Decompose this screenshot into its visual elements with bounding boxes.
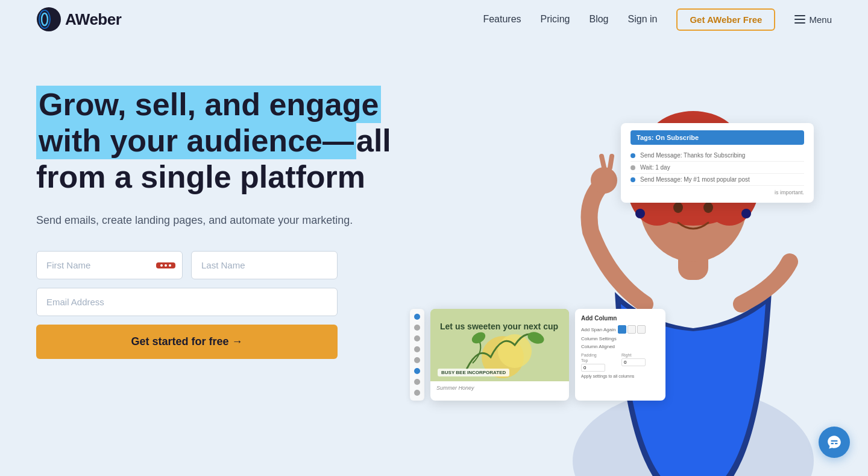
landing-page-image: Let us sweeten your next cup BUSY BEE IN… (430, 309, 569, 381)
name-fields-row (36, 251, 338, 279)
editor-sidebar (410, 309, 424, 401)
automation-row-1: Send Message: Thanks for Subscribing (631, 150, 804, 162)
logo-icon (36, 7, 61, 32)
sidebar-dot (414, 335, 420, 341)
nav-features[interactable]: Features (483, 14, 521, 25)
settings-controls: Padding Top Right Apply settings to all … (581, 353, 659, 378)
svg-point-13 (703, 202, 713, 213)
logo-link[interactable]: AWeber (36, 7, 121, 32)
sidebar-dot (414, 390, 420, 396)
last-name-field (191, 251, 338, 279)
menu-button[interactable]: Menu (794, 14, 832, 25)
landing-page-preview: Let us sweeten your next cup BUSY BEE IN… (430, 309, 569, 401)
landing-text: Let us sweeten your next cup (440, 321, 558, 332)
sidebar-dot (414, 379, 420, 385)
email-input[interactable] (36, 288, 338, 316)
sidebar-dot (414, 325, 420, 331)
hero-section: Grow, sell, and engage with your audienc… (0, 39, 868, 476)
apply-settings-label: Apply settings to all columns (581, 374, 659, 378)
landing-badge: BUSY BEE INCORPORATED (438, 369, 509, 376)
nav-signin[interactable]: Sign in (628, 14, 658, 25)
btn-2[interactable] (627, 325, 636, 334)
settings-row: Add Span Again (581, 325, 659, 334)
get-started-button[interactable]: Get started for free → (36, 325, 338, 359)
autofill-indicator (156, 262, 175, 268)
btn-1[interactable] (618, 325, 626, 334)
automation-row-2: Wait: 1 day (631, 162, 804, 174)
span-buttons (618, 325, 646, 334)
sidebar-dot (414, 346, 420, 352)
hamburger-icon (794, 15, 805, 24)
padding-top-input[interactable] (581, 364, 605, 372)
btn-3[interactable] (637, 325, 646, 334)
padding-right-input[interactable] (621, 358, 646, 366)
settings-title: Add Column (581, 315, 659, 322)
nav-blog[interactable]: Blog (589, 14, 608, 25)
card-note: is important. (631, 186, 804, 195)
svg-point-0 (37, 7, 61, 31)
row-dot (631, 165, 635, 170)
svg-point-21 (498, 334, 532, 368)
chat-icon (826, 434, 842, 450)
svg-line-17 (602, 156, 604, 167)
row-dot (631, 153, 635, 158)
row-dot (631, 177, 635, 182)
landing-page-mockup-group: Let us sweeten your next cup BUSY BEE IN… (410, 309, 665, 401)
svg-point-16 (591, 167, 617, 194)
column-settings-panel: Add Column Add Span Again Column Setting… (575, 309, 665, 401)
signup-form: Get started for free → (36, 251, 338, 359)
sidebar-dot (414, 357, 420, 363)
svg-point-15 (741, 209, 751, 218)
nav-pricing[interactable]: Pricing (541, 14, 570, 25)
automation-card: Tags: On Subscribe Send Message: Thanks … (621, 123, 814, 203)
get-aweber-free-button[interactable]: Get AWeber Free (676, 8, 775, 31)
settings-row-2: Column Settings (581, 336, 659, 341)
settings-row-3: Column Aligned (581, 344, 659, 349)
hero-person-image (536, 51, 850, 476)
logo-text: AWeber (65, 10, 121, 29)
hero-title-highlight: Grow, sell, and engage (36, 86, 381, 123)
first-name-field (36, 251, 183, 279)
nav-links: Features Pricing Blog Sign in Get AWeber… (483, 8, 832, 31)
hero-illustration: Tags: On Subscribe Send Message: Thanks … (398, 75, 832, 461)
navigation: AWeber Features Pricing Blog Sign in Get… (0, 0, 868, 39)
hero-content: Grow, sell, and engage with your audienc… (36, 75, 410, 359)
hero-title-highlight2: with your audience— (36, 122, 356, 159)
svg-line-18 (610, 156, 612, 168)
chat-support-button[interactable] (819, 427, 850, 458)
last-name-input[interactable] (191, 251, 338, 279)
sidebar-dot (414, 314, 420, 320)
automation-row-3: Send Message: My #1 most popular post (631, 174, 804, 186)
email-field (36, 288, 338, 316)
svg-point-14 (635, 209, 645, 218)
hero-title: Grow, sell, and engage with your audienc… (36, 87, 410, 195)
sidebar-dot (414, 368, 420, 374)
card-header: Tags: On Subscribe (631, 130, 804, 145)
landing-footer: Summer Honey (430, 381, 569, 395)
hero-subtitle: Send emails, create landing pages, and a… (36, 212, 410, 229)
svg-point-12 (673, 202, 683, 213)
